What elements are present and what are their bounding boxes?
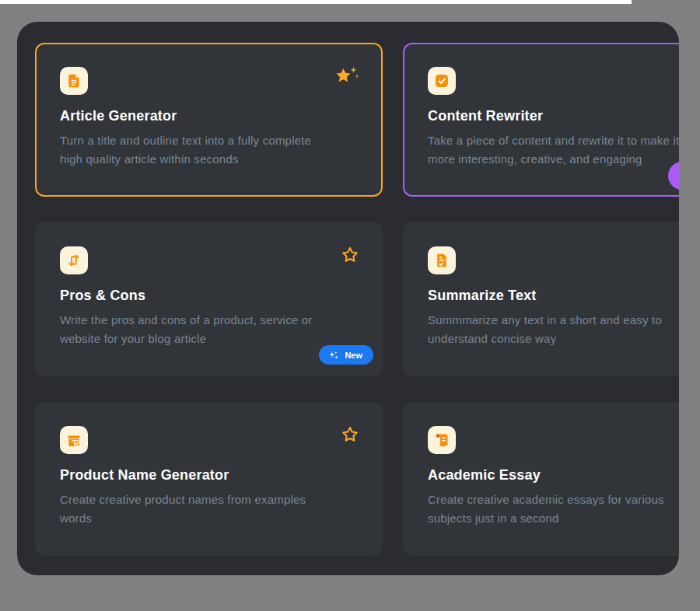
tool-icon-chip — [428, 426, 456, 454]
tool-description-line2: understand concise way — [428, 330, 679, 348]
tool-description: Turn a title and outline text into a ful… — [60, 131, 358, 169]
swap-arrows-icon — [66, 253, 82, 268]
favorite-star-filled-button[interactable] — [334, 66, 359, 88]
tool-description-line1: Write the pros and cons of a product, se… — [60, 311, 358, 330]
new-badge-label: New — [345, 351, 362, 360]
tool-card-article-generator[interactable]: Article Generator Turn a title and outli… — [35, 43, 383, 197]
article-document-icon — [66, 73, 82, 89]
tool-description-line1: Take a piece of content and rewrite it t… — [428, 131, 679, 150]
tool-title: Pros & Cons — [60, 288, 358, 304]
tools-grid: Article Generator Turn a title and outli… — [35, 43, 679, 556]
tool-description-line2: website for your blog article — [60, 330, 358, 348]
tool-description: Create creative product names from examp… — [60, 491, 358, 528]
tool-description: Write the pros and cons of a product, se… — [60, 311, 358, 348]
tool-card-content-rewriter[interactable]: Content Rewriter Take a piece of content… — [403, 43, 679, 197]
tool-card-summarize-text[interactable]: Summarize Text Summmarize any text in a … — [403, 222, 679, 376]
checkbox-icon — [434, 73, 450, 89]
tool-title: Article Generator — [60, 108, 358, 124]
tools-panel: Article Generator Turn a title and outli… — [17, 22, 679, 575]
tool-icon-chip — [428, 246, 456, 274]
tool-icon-chip — [60, 426, 88, 454]
tool-description-line1: Turn a title and outline text into a ful… — [60, 131, 358, 150]
tool-card-pros-cons[interactable]: Pros & Cons Write the pros and cons of a… — [35, 222, 383, 376]
favorite-star-button[interactable] — [341, 425, 359, 444]
summary-document-icon — [434, 253, 450, 268]
screen: Article Generator Turn a title and outli… — [0, 0, 700, 611]
tool-description: Create creative academic essays for vari… — [428, 491, 679, 528]
tool-description-line1: Create creative academic essays for vari… — [428, 491, 679, 509]
window-top-strip — [0, 0, 632, 4]
tool-description-line1: Summmarize any text in a short and easy … — [428, 311, 679, 330]
tool-description-line2: words — [60, 509, 358, 528]
package-check-icon — [66, 432, 82, 448]
tool-description-line1: Create creative product names from examp… — [60, 491, 358, 509]
tool-title: Content Rewriter — [428, 108, 679, 124]
tool-description: Summmarize any text in a short and easy … — [428, 311, 679, 348]
tool-icon-chip — [428, 67, 456, 95]
tool-description: Take a piece of content and rewrite it t… — [428, 131, 679, 169]
tool-description-line2: subjects just in a second — [428, 509, 679, 528]
tool-icon-chip — [60, 67, 88, 95]
tool-description-line2: more interesting, creative, and engaging — [428, 150, 679, 169]
sparkle-icon — [328, 350, 339, 361]
scroll-icon — [434, 432, 450, 448]
tool-icon-chip — [60, 246, 88, 274]
tool-description-line2: high quality article within seconds — [60, 150, 358, 169]
tool-card-product-name-generator[interactable]: Product Name Generator Create creative p… — [35, 402, 383, 556]
tool-title: Summarize Text — [428, 288, 679, 304]
new-badge[interactable]: New — [319, 345, 373, 365]
tool-title: Product Name Generator — [60, 467, 358, 484]
favorite-star-button[interactable] — [341, 246, 359, 264]
tool-title: Academic Essay — [428, 467, 679, 484]
tool-card-academic-essay[interactable]: Academic Essay Create creative academic … — [403, 402, 679, 556]
